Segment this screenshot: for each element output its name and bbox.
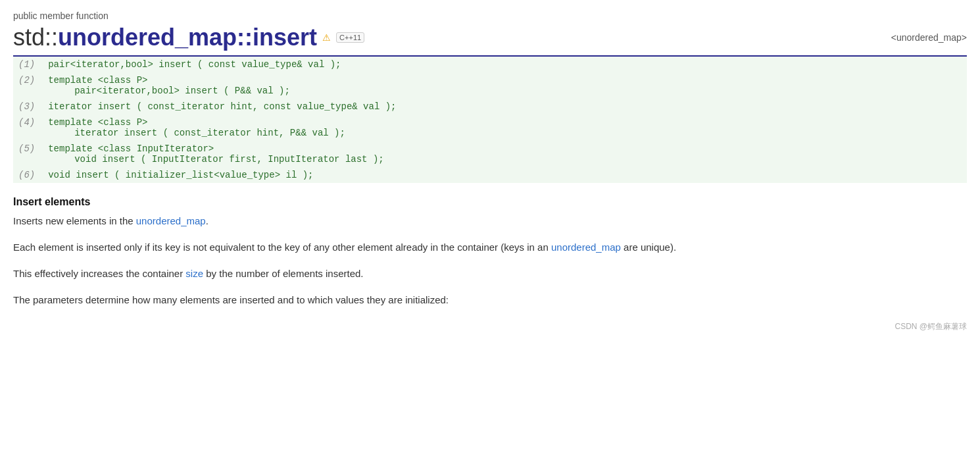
paragraph-text: . (206, 215, 208, 226)
code-line-content: template <class P> iterator insert ( con… (43, 115, 967, 141)
cpp11-badge: C++11 (336, 32, 364, 43)
table-row: (5)template <class InputIterator> void i… (13, 141, 967, 167)
description-paragraph: The parameters determine how many elemen… (13, 292, 967, 308)
code-line-content: template <class P> pair<iterator,bool> i… (43, 72, 967, 99)
code-line-num: (2) (13, 72, 43, 99)
code-line-content: iterator insert ( const_iterator hint, c… (43, 99, 967, 115)
code-line1: template <class P> (48, 117, 962, 128)
code-line-num: (1) (13, 57, 43, 72)
paragraph-text: by the number of elements inserted. (203, 268, 363, 279)
description-paragraph: Inserts new elements in the unordered_ma… (13, 213, 967, 229)
paragraph-text: Inserts new elements in the (13, 215, 136, 226)
function-title-row: std::unordered_map::insert ⚠ C++11 <unor… (13, 24, 967, 51)
inline-link[interactable]: unordered_map (551, 242, 621, 253)
table-row: (3)iterator insert ( const_iterator hint… (13, 99, 967, 115)
watermark: CSDN @鳄鱼麻薯球 (13, 321, 967, 332)
code-line1: template <class P> (48, 75, 962, 86)
warning-icon: ⚠ (322, 32, 331, 43)
code-line2: pair<iterator,bool> insert ( P&& val ); (48, 86, 962, 96)
description-paragraph: This effectively increases the container… (13, 266, 967, 282)
paragraph-text: This effectively increases the container (13, 268, 185, 279)
code-table: (1)pair<iterator,bool> insert ( const va… (13, 57, 967, 183)
code-line-num: (5) (13, 141, 43, 167)
paragraph-text: are unique). (621, 242, 676, 253)
paragraph-text: Each element is inserted only if its key… (13, 242, 551, 253)
title-prefix: std:: (13, 24, 58, 51)
inline-link[interactable]: size (185, 268, 203, 279)
code-line-content: template <class InputIterator> void inse… (43, 141, 967, 167)
function-title-text: std::unordered_map::insert (13, 24, 317, 51)
code-line2: void insert ( InputIterator first, Input… (48, 154, 962, 165)
function-title: std::unordered_map::insert ⚠ C++11 (13, 24, 364, 51)
code-line-content: void insert ( initializer_list<value_typ… (43, 167, 967, 183)
code-line-num: (6) (13, 167, 43, 183)
title-main: unordered_map::insert (58, 24, 317, 51)
section-heading: Insert elements (13, 196, 967, 208)
public-member-label: public member function (13, 11, 967, 21)
paragraphs-container: Inserts new elements in the unordered_ma… (13, 213, 967, 308)
code-line2: iterator insert ( const_iterator hint, P… (48, 128, 962, 138)
inline-link[interactable]: unordered_map (136, 215, 206, 226)
table-row: (2)template <class P> pair<iterator,bool… (13, 72, 967, 99)
code-line-num: (3) (13, 99, 43, 115)
code-line-num: (4) (13, 115, 43, 141)
table-row: (6)void insert ( initializer_list<value_… (13, 167, 967, 183)
code-line1: template <class InputIterator> (48, 143, 962, 154)
paragraph-text: The parameters determine how many elemen… (13, 294, 449, 305)
description-paragraph: Each element is inserted only if its key… (13, 240, 967, 255)
table-row: (1)pair<iterator,bool> insert ( const va… (13, 57, 967, 72)
nav-link[interactable]: <unordered_map> (891, 32, 967, 43)
code-line-content: pair<iterator,bool> insert ( const value… (43, 57, 967, 72)
table-row: (4)template <class P> iterator insert ( … (13, 115, 967, 141)
nav-link-right[interactable]: <unordered_map> (891, 32, 967, 43)
